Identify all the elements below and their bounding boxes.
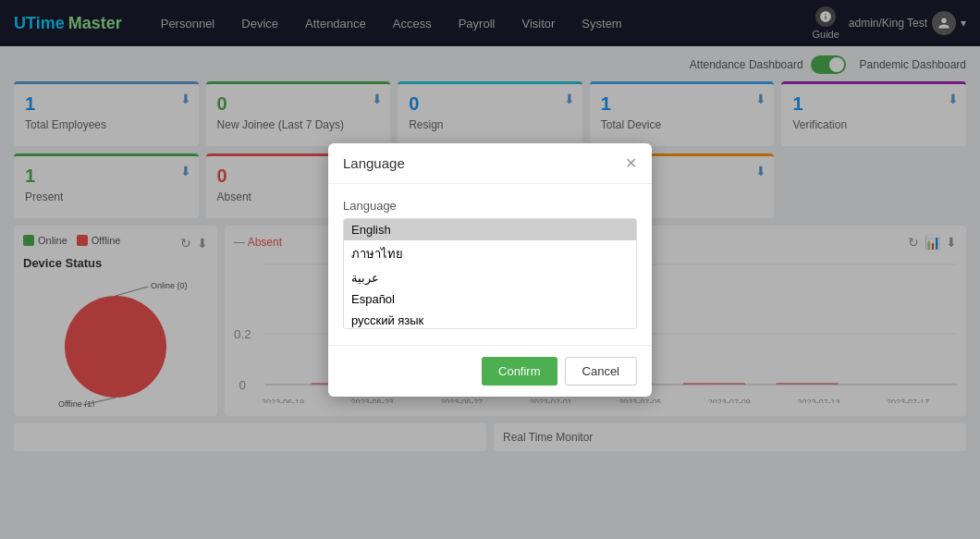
language-option-spanish[interactable]: Español (344, 288, 636, 310)
modal-header: Language ✕ (328, 143, 652, 184)
language-option-russian[interactable]: русский язык (344, 310, 636, 329)
modal-overlay[interactable]: Language ✕ Language English ภาษาไทย عربي… (0, 0, 980, 539)
confirm-button[interactable]: Confirm (482, 357, 557, 386)
language-option-thai[interactable]: ภาษาไทย (344, 240, 636, 267)
language-field-label: Language (343, 199, 637, 213)
language-modal: Language ✕ Language English ภาษาไทย عربي… (328, 143, 652, 397)
language-option-english[interactable]: English (344, 219, 636, 240)
language-select[interactable]: English ภาษาไทย عربية Español русский яз… (343, 218, 637, 329)
language-option-arabic[interactable]: عربية (344, 267, 636, 288)
modal-close-button[interactable]: ✕ (625, 154, 637, 172)
modal-footer: Confirm Cancel (328, 345, 652, 397)
cancel-button[interactable]: Cancel (565, 357, 637, 386)
modal-title: Language (343, 155, 405, 171)
modal-body: Language English ภาษาไทย عربية Español р… (328, 184, 652, 345)
